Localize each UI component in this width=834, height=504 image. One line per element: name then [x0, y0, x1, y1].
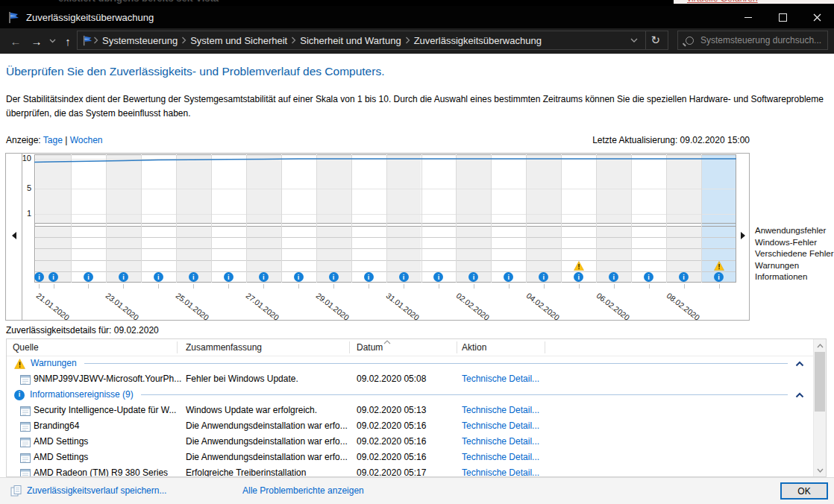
cell-source: AMD Radeon (TM) R9 380 Series — [34, 465, 181, 476]
chevron-down-icon[interactable] — [630, 38, 638, 43]
breadcrumb-item[interactable]: System und Sicherheit — [186, 35, 291, 46]
x-axis-label: 06.02.2020 — [595, 291, 631, 322]
x-axis-label: 02.02.2020 — [455, 291, 492, 322]
back-button[interactable]: ← — [7, 28, 24, 54]
column-header-quelle[interactable]: Quelle — [13, 339, 39, 356]
forward-button[interactable]: → — [28, 28, 45, 54]
close-icon — [813, 13, 821, 22]
scrollbar-up-button[interactable] — [814, 339, 826, 352]
info-icon[interactable]: i — [119, 272, 128, 282]
info-icon[interactable]: i — [329, 272, 339, 282]
window-title: Zuverlässigkeitsüberwachung — [26, 12, 154, 23]
column-header-datum[interactable]: Datum — [357, 339, 383, 356]
column-header-aktion[interactable]: Aktion — [462, 339, 486, 356]
technical-details-link[interactable]: Technische Detail... — [462, 418, 548, 434]
warning-icon — [14, 359, 25, 369]
table-row[interactable]: Branding64Die Anwendungsdeinstallation w… — [7, 418, 813, 434]
table-row[interactable]: 9NMPJ99VJBWV-Microsoft.YourPh...Fehler b… — [7, 371, 813, 387]
up-button[interactable]: ↑ — [60, 28, 76, 54]
info-icon[interactable]: i — [679, 272, 689, 282]
view-days-link[interactable]: Tage — [43, 135, 63, 145]
scrollbar-thumb[interactable] — [815, 352, 825, 412]
divider[interactable] — [349, 341, 350, 353]
info-icon[interactable]: i — [48, 272, 58, 282]
scroll-right-icon[interactable] — [741, 232, 745, 239]
info-icon[interactable]: i — [399, 272, 409, 282]
table-row[interactable]: Security Intelligence-Update für W...Win… — [7, 403, 813, 418]
group-label[interactable]: Informationsereignisse (9) — [30, 387, 134, 403]
info-icon: i — [14, 390, 25, 400]
flag-icon — [7, 11, 20, 24]
back-icon: ← — [10, 35, 22, 48]
info-icon[interactable]: i — [294, 272, 304, 282]
table-row[interactable]: AMD SettingsDie Anwendungsdeinstallation… — [7, 434, 813, 450]
x-axis-label: 04.02.2020 — [524, 291, 561, 322]
ok-button[interactable]: OK — [780, 482, 828, 500]
cell-date: 09.02.2020 05:17 — [357, 465, 454, 476]
group-label[interactable]: Warnungen — [31, 356, 77, 371]
table-body: Warnungen9NMPJ99VJBWV-Microsoft.YourPh..… — [7, 356, 813, 476]
show-all-reports-link[interactable]: Alle Problemberichte anzeigen — [242, 485, 364, 496]
x-axis-label: 31.01.2020 — [385, 291, 421, 322]
view-label: Anzeige: — [6, 135, 41, 145]
stability-chart: 10 5 1 iiiiiiiiiiiiiiiiiiiii 21.01.20202… — [5, 153, 750, 321]
breadcrumb-item[interactable]: Systemsteuerung — [98, 35, 181, 46]
column-header-zusammenfassung[interactable]: Zusammenfassung — [186, 339, 262, 356]
technical-details-link[interactable]: Technische Detail... — [462, 403, 548, 418]
scroll-left-icon[interactable] — [12, 232, 16, 239]
technical-details-link[interactable]: Technische Detail... — [462, 450, 548, 465]
minimize-button[interactable] — [731, 6, 765, 28]
table-group-row[interactable]: iInformationsereignisse (9) — [7, 387, 813, 403]
cell-source: Security Intelligence-Update für W... — [34, 403, 181, 418]
collapse-chevron-icon[interactable] — [795, 361, 804, 367]
scrollbar-down-button[interactable] — [814, 464, 826, 476]
close-button[interactable] — [800, 6, 834, 28]
recent-pages-button[interactable] — [46, 28, 58, 54]
info-icon[interactable]: i — [364, 272, 374, 282]
divider[interactable] — [457, 341, 457, 353]
info-icon[interactable]: i — [259, 272, 269, 282]
technical-details-link[interactable]: Technische Detail... — [462, 465, 548, 476]
view-weeks-link[interactable]: Wochen — [70, 135, 103, 145]
info-icon[interactable]: i — [154, 272, 163, 282]
info-icon[interactable]: i — [714, 272, 724, 282]
address-bar[interactable]: SystemsteuerungSystem und SicherheitSich… — [77, 31, 668, 50]
table-row[interactable]: AMD Radeon (TM) R9 380 SeriesErfolgreich… — [7, 465, 813, 476]
scrollbar-up-icon — [817, 344, 824, 348]
maximize-icon — [779, 13, 787, 22]
refresh-icon[interactable]: ↻ — [650, 34, 660, 47]
technical-details-link[interactable]: Technische Detail... — [462, 434, 548, 450]
save-history-link[interactable]: Zuverlässigkeitsverlauf speichern... — [27, 485, 166, 496]
table-group-row[interactable]: Warnungen — [7, 356, 813, 371]
search-box[interactable] — [677, 31, 828, 50]
forward-icon: → — [31, 35, 43, 48]
cell-date: 09.02.2020 05:16 — [357, 418, 454, 434]
chevron-right-icon — [181, 37, 186, 44]
breadcrumb-item[interactable]: Zuverlässigkeitsüberwachung — [410, 35, 545, 46]
x-axis-label: 23.01.2020 — [104, 291, 141, 322]
info-icon[interactable]: i — [189, 272, 198, 282]
x-axis-tick — [439, 284, 439, 289]
x-axis-tick — [544, 284, 545, 289]
divider[interactable] — [177, 341, 178, 353]
technical-details-link[interactable]: Technische Detail... — [462, 371, 548, 387]
info-icon[interactable]: i — [224, 272, 233, 282]
x-axis-tick — [54, 284, 54, 289]
divider[interactable] — [545, 341, 545, 353]
info-icon[interactable]: i — [644, 272, 653, 282]
collapse-chevron-icon[interactable] — [795, 392, 804, 398]
chevron-right-icon — [291, 37, 296, 44]
breadcrumb-item[interactable]: Sicherheit und Wartung — [296, 35, 404, 46]
table-scrollbar[interactable] — [813, 339, 826, 476]
info-icon[interactable]: i — [34, 272, 44, 282]
x-axis-tick — [88, 284, 89, 289]
sort-caret-icon — [383, 340, 391, 344]
details-title: Zuverlässigkeitsdetails für: 09.02.2020 — [6, 325, 159, 336]
maximize-button[interactable] — [765, 6, 800, 28]
search-input[interactable] — [699, 34, 827, 46]
info-icon[interactable]: i — [84, 272, 93, 282]
search-icon — [686, 37, 694, 45]
table-row[interactable]: AMD SettingsDie Anwendungsdeinstallation… — [7, 450, 813, 465]
minimize-icon — [744, 17, 752, 18]
x-axis-label: 29.01.2020 — [315, 291, 351, 322]
